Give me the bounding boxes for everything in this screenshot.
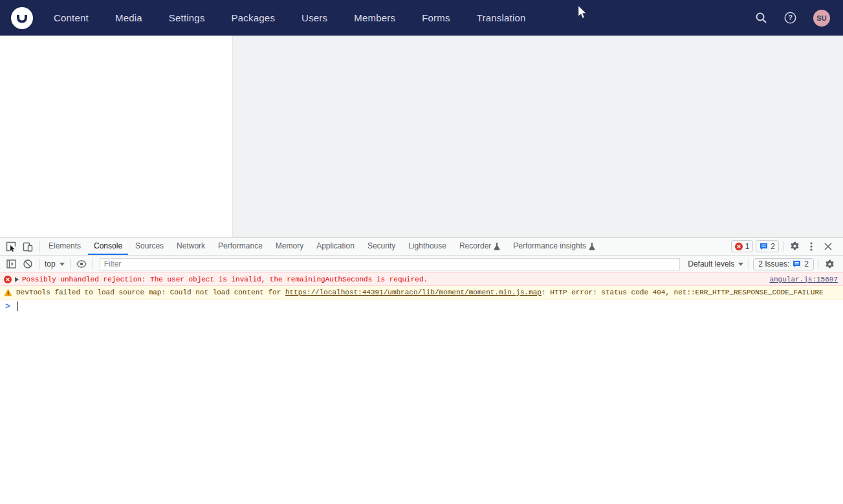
clear-console-button[interactable]	[19, 256, 36, 272]
tab-label: Sources	[135, 237, 164, 255]
nav-item-media[interactable]: Media	[115, 0, 142, 36]
console-warning-message: DevTools failed to load source map: Coul…	[0, 286, 843, 300]
warning-icon	[4, 289, 12, 296]
more-vertical-icon	[810, 242, 813, 251]
tab-network[interactable]: Network	[171, 237, 211, 255]
devtools-close-button[interactable]	[820, 239, 837, 254]
experiment-flask-icon	[494, 243, 500, 250]
issues-count-badge[interactable]: 2	[756, 240, 779, 252]
tab-lighthouse[interactable]: Lighthouse	[402, 237, 452, 255]
nav-item-translation[interactable]: Translation	[477, 0, 526, 36]
help-button[interactable]: ?	[784, 12, 796, 24]
warning-message-text: DevTools failed to load source map: Coul…	[16, 289, 824, 296]
tab-label: Performance insights	[513, 237, 586, 255]
clear-console-icon	[23, 259, 32, 268]
divider	[70, 259, 71, 269]
live-expression-button[interactable]	[73, 256, 90, 272]
sidebar-tree-panel	[0, 36, 233, 237]
expand-arrow-icon[interactable]	[15, 277, 19, 282]
nav-item-forms[interactable]: Forms	[422, 0, 450, 36]
warning-text-before: DevTools failed to load source map: Coul…	[16, 289, 285, 296]
tab-memory[interactable]: Memory	[270, 237, 309, 255]
error-icon	[4, 276, 12, 283]
umbraco-u-icon	[17, 14, 27, 23]
tab-application[interactable]: Application	[311, 237, 360, 255]
nav-item-users[interactable]: Users	[301, 0, 327, 36]
error-icon	[735, 243, 743, 250]
tab-console[interactable]: Console	[88, 237, 128, 255]
console-error-message: Possibly unhandled rejection: The user o…	[0, 272, 843, 286]
divider	[783, 241, 783, 252]
gear-icon	[825, 259, 835, 269]
devtools-panel: Elements Console Sources Network Perform…	[0, 237, 843, 504]
devtools-tabbar: Elements Console Sources Network Perform…	[0, 237, 843, 256]
log-levels-selector[interactable]: Default levels	[685, 259, 746, 268]
svg-text:?: ?	[788, 14, 793, 21]
divider	[39, 259, 39, 269]
tab-label: Memory	[276, 237, 303, 255]
nav-item-content[interactable]: Content	[54, 0, 89, 36]
console-filter-input[interactable]	[100, 258, 681, 270]
close-icon	[824, 243, 832, 250]
tab-label: Console	[94, 237, 122, 255]
tab-security[interactable]: Security	[362, 237, 401, 255]
error-count: 1	[745, 242, 750, 251]
nav-item-packages[interactable]: Packages	[232, 0, 275, 36]
context-selector[interactable]: top	[42, 259, 67, 268]
devtools-more-button[interactable]	[803, 239, 820, 254]
page-content	[0, 36, 843, 237]
topbar-right: ? SU	[755, 10, 830, 27]
chevron-down-icon	[60, 263, 65, 266]
device-toolbar-icon	[23, 241, 33, 252]
console-toolbar: top Default levels 2 Issues: 2	[0, 256, 843, 272]
issues-summary-label: 2 Issues:	[758, 259, 789, 268]
divider	[818, 259, 818, 269]
inspect-element-button[interactable]	[3, 239, 19, 254]
help-icon: ?	[784, 12, 796, 24]
tab-performance[interactable]: Performance	[212, 237, 268, 255]
error-source-link[interactable]: angular.js:15697	[761, 276, 838, 283]
search-button[interactable]	[755, 12, 767, 24]
search-icon	[755, 12, 767, 24]
context-label: top	[45, 259, 56, 268]
console-settings-button[interactable]	[821, 256, 838, 272]
issues-icon	[760, 243, 768, 250]
tab-performance-insights[interactable]: Performance insights	[507, 237, 601, 255]
prompt-chevron-icon: >	[5, 301, 10, 311]
warning-text-after: : HTTP error: status code 404, net::ERR_…	[542, 289, 824, 296]
experiment-flask-icon	[589, 243, 595, 250]
gear-icon	[790, 241, 800, 251]
console-messages: Possibly unhandled rejection: The user o…	[0, 272, 843, 312]
tab-label: Elements	[49, 237, 81, 255]
tab-label: Recorder	[459, 237, 491, 255]
device-toolbar-button[interactable]	[19, 239, 36, 254]
error-count-badge[interactable]: 1	[731, 240, 754, 252]
divider	[93, 259, 93, 269]
chevron-down-icon	[738, 263, 743, 266]
divider	[749, 259, 749, 269]
issues-icon	[793, 260, 801, 268]
tab-recorder[interactable]: Recorder	[454, 237, 506, 255]
top-nav: Content Media Settings Packages Users Me…	[54, 0, 526, 36]
tab-label: Security	[367, 237, 395, 255]
console-sidebar-toggle-button[interactable]	[3, 256, 19, 272]
text-caret	[17, 301, 18, 311]
log-levels-label: Default levels	[688, 259, 734, 268]
error-message-text: Possibly unhandled rejection: The user o…	[22, 276, 428, 283]
console-sidebar-icon	[6, 259, 16, 268]
nav-item-settings[interactable]: Settings	[169, 0, 205, 36]
nav-item-members[interactable]: Members	[354, 0, 395, 36]
issues-summary-count: 2	[804, 259, 809, 268]
tab-elements[interactable]: Elements	[43, 237, 87, 255]
umbraco-logo[interactable]	[11, 7, 33, 29]
tab-label: Lighthouse	[408, 237, 446, 255]
source-map-url-link[interactable]: https://localhost:44391/umbraco/lib/mome…	[285, 289, 542, 296]
issues-summary-button[interactable]: 2 Issues: 2	[753, 258, 814, 270]
avatar[interactable]: SU	[813, 10, 830, 27]
tab-label: Network	[177, 237, 205, 255]
console-prompt[interactable]: >	[0, 300, 843, 312]
tab-label: Performance	[218, 237, 263, 255]
top-nav-bar: Content Media Settings Packages Users Me…	[0, 0, 843, 36]
tab-sources[interactable]: Sources	[129, 237, 170, 255]
devtools-settings-button[interactable]	[786, 239, 803, 254]
